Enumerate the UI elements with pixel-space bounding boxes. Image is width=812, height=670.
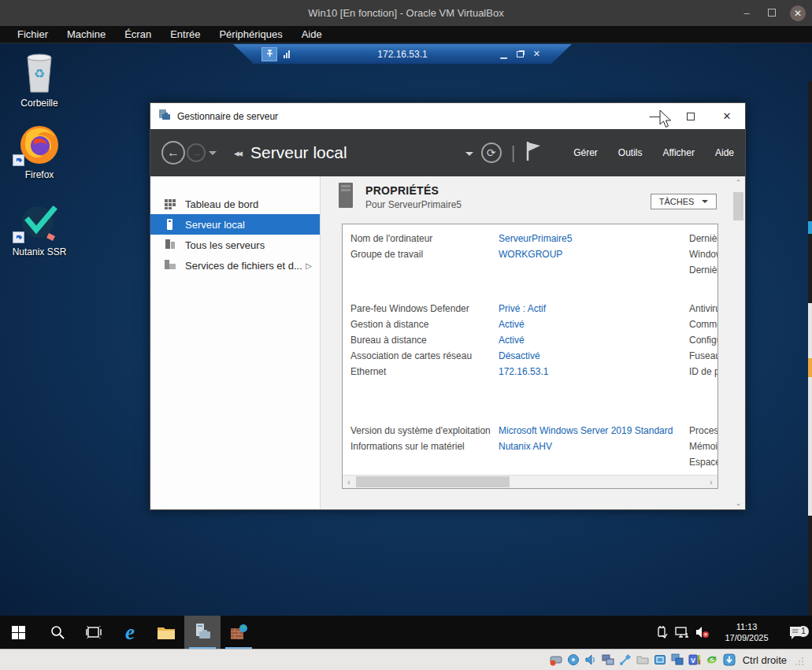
start-button[interactable] [0,616,36,649]
menu-aide[interactable]: Aide [294,27,330,42]
rdp-restore-button[interactable] [517,51,524,57]
firewall-app-button[interactable] [221,616,257,649]
prop-value: Microsoft Windows Server 2019 Standard [499,423,673,439]
dashboard-icon [165,198,177,209]
properties-subheading: Pour ServeurPrimaire5 [365,199,462,210]
file-explorer-button[interactable] [148,616,184,649]
desktop-icon-recycle-bin[interactable]: ♻ Corbeille [6,49,72,109]
desktop-icon-nutanix-ssr[interactable]: Nutanix SSR [6,198,72,257]
prop-label: Version du système d'exploitation [350,423,491,439]
tasks-button[interactable]: TÂCHES [651,194,717,209]
vertical-scrollbar[interactable]: ⌃ ⌄ [732,176,745,509]
prop-value-link[interactable]: Activé [499,332,525,348]
prop-value-link[interactable]: Privé : Actif [499,301,546,316]
menu-fichier[interactable]: Fichier [9,27,56,42]
download-icon[interactable] [722,653,736,667]
taskbar: e [0,616,812,649]
usb-device-icon[interactable] [651,625,672,639]
history-dropdown-icon[interactable] [209,151,217,159]
network-icon[interactable] [601,653,615,667]
rdp-minimize-button[interactable]: ▁ [500,49,506,59]
menu-ecran[interactable]: Écran [117,27,159,42]
network-status-icon[interactable] [672,626,692,639]
menu-machine[interactable]: Machine [59,27,113,42]
breadcrumb-dropdown-icon[interactable] [465,152,473,160]
vertical-scrollbar-thumb[interactable] [733,192,743,220]
mouse-cursor [659,109,673,132]
menu-entree[interactable]: Entrée [162,27,208,42]
menu-afficher[interactable]: Afficher [663,147,695,158]
horizontal-scrollbar-thumb[interactable] [356,476,510,487]
display-icon[interactable] [653,653,667,667]
features-icon[interactable] [705,653,719,667]
properties-heading: PROPRIÉTÉS [365,184,439,197]
server-manager-taskbar-button[interactable] [184,616,221,649]
rdp-close-button[interactable]: ✕ [533,49,540,59]
audio-icon[interactable] [584,653,598,667]
menu-peripheriques[interactable]: Périphériques [211,27,290,42]
breadcrumb-collapse-icon[interactable]: ◂◂ [234,147,241,159]
desktop-icon-firefox[interactable]: Firefox [6,120,72,180]
forward-button[interactable]: → [187,143,206,162]
vbox-maximize-button[interactable] [765,7,779,19]
vbox-window-title: Win10 [En fonction] - Oracle VM VirtualB… [308,7,503,19]
vm-desktop: 172.16.53.1 ▁ ✕ ♻ Corbeille [0,43,812,649]
menu-outils[interactable]: Outils [618,147,643,158]
sidebar-item-serveur-local[interactable]: Serveur local [150,214,320,235]
breadcrumb[interactable]: Serveur local [250,143,347,162]
sidebar-item-services-fichiers[interactable]: Services de fichiers et d... ▷ [150,255,320,276]
optical-disk-icon[interactable] [566,653,580,667]
prop-value-link[interactable]: ServeurPrimaire5 [499,231,572,246]
sm-close-button[interactable]: ✕ [709,103,745,129]
prop-label-truncated: ID de p [689,364,718,379]
shared-folder-icon[interactable] [636,653,650,667]
menu-gerer[interactable]: Gérer [573,147,598,158]
scroll-left-icon[interactable]: ‹ [343,476,355,488]
prop-value-link[interactable]: Activé [499,316,525,332]
resize-grip[interactable] [795,655,804,664]
desktop-icon-label: Corbeille [6,98,72,109]
usb-icon[interactable] [618,653,632,667]
tasks-dropdown-icon [702,200,708,206]
prop-label: Association de cartes réseau [350,348,472,364]
rdp-connection-bar: 172.16.53.1 ▁ ✕ [233,44,572,64]
sidebar-item-label: Tous les serveurs [185,239,265,251]
file-services-icon [165,260,177,271]
back-button[interactable]: ← [161,141,185,165]
search-button[interactable] [39,616,76,649]
sidebar-item-tableau-de-bord[interactable]: Tableau de bord [150,194,320,214]
task-view-button[interactable] [76,616,112,649]
prop-value-link[interactable]: WORKGROUP [499,246,562,262]
hdd-icon[interactable] [549,653,563,667]
prop-value-link[interactable]: Désactivé [499,348,540,364]
action-center-button[interactable]: 1 [780,625,812,640]
volume-muted-icon[interactable] [692,626,713,639]
internet-explorer-button[interactable]: e [112,616,148,649]
prop-label: Bureau à distance [350,332,427,348]
seamless-icon[interactable] [670,653,684,667]
prop-value-link[interactable]: 172.16.53.1 [499,364,548,379]
refresh-icon[interactable]: ⟳ [481,143,502,163]
menu-aide-sm[interactable]: Aide [715,147,734,158]
scroll-down-icon[interactable]: ⌄ [732,497,745,509]
sm-maximize-button[interactable] [673,103,709,129]
local-server-icon [165,219,177,230]
scroll-right-icon[interactable]: › [705,476,717,488]
desktop-icon-label: Nutanix SSR [6,246,72,257]
properties-table: Nom de l'ordinateurServeurPrimaire5Derni… [342,224,718,489]
nav-separator: | [511,143,516,163]
sidebar-item-label: Services de fichiers et d... [185,260,302,272]
taskbar-clock[interactable]: 11:13 17/09/2025 [717,621,776,643]
expand-arrow-icon[interactable]: ▷ [306,261,312,270]
prop-label-truncated: Espace [689,454,718,470]
vbox-minimize-button[interactable]: – [740,7,754,19]
horizontal-scrollbar[interactable]: ‹ › [343,475,717,488]
video-capture-icon[interactable]: V [688,653,702,667]
sidebar-item-tous-les-serveurs[interactable]: Tous les serveurs [150,235,320,255]
sm-main-panel: PROPRIÉTÉS Pour ServeurPrimaire5 TÂCHES … [321,176,745,509]
notifications-flag-icon[interactable] [526,141,542,165]
vbox-close-button[interactable]: ✕ [790,6,806,21]
virtualbox-host-window: Win10 [En fonction] - Oracle VM VirtualB… [0,0,812,670]
scroll-up-icon[interactable]: ⌃ [732,176,745,189]
notification-badge: 1 [798,626,809,637]
